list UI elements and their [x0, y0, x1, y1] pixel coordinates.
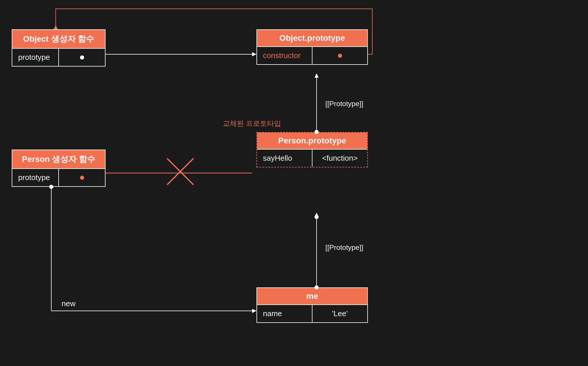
diagram: Object 생성자 함수 prototype Object.prototype… — [0, 0, 588, 366]
object-prototype-dot — [338, 54, 342, 58]
person-constructor-header: Person 생성자 함수 — [12, 150, 105, 168]
new-label: new — [62, 299, 76, 308]
object-prototype-box: Object.prototype constructor — [256, 29, 368, 65]
svg-marker-10 — [252, 309, 256, 313]
person-prototype-sayhello-value: <function> — [312, 150, 367, 167]
object-constructor-header: Object 생성자 함수 — [12, 30, 105, 48]
person-constructor-prototype-value — [59, 169, 105, 186]
svg-marker-1 — [252, 52, 256, 56]
svg-line-6 — [167, 158, 193, 185]
person-constructor-bottom-dot — [49, 185, 53, 189]
object-prototype-header: Object.prototype — [257, 30, 367, 46]
person-prototype-bottom-dot — [315, 215, 319, 219]
replaced-prototype-label: 교체된 프로토타입 — [223, 119, 281, 128]
me-box: me name 'Lee' — [256, 287, 368, 323]
svg-marker-2 — [54, 25, 58, 29]
person-prototype-top-dot — [315, 130, 319, 134]
object-constructor-box: Object 생성자 함수 prototype — [12, 29, 106, 67]
prototype-link1-label: [[Prototype]] — [325, 100, 363, 108]
object-constructor-prototype-value — [59, 49, 105, 66]
me-header: me — [257, 288, 367, 304]
svg-line-7 — [167, 158, 193, 185]
me-name-value: 'Lee' — [312, 305, 367, 322]
prototype-link2-label: [[Prototype]] — [325, 243, 363, 252]
person-constructor-box: Person 생성자 함수 prototype — [12, 150, 106, 187]
object-prototype-constructor-value — [312, 47, 367, 64]
object-constructor-dot — [80, 55, 84, 60]
person-constructor-prototype-label: prototype — [12, 169, 59, 186]
object-constructor-prototype-label: prototype — [12, 49, 59, 66]
person-prototype-sayhello-label: sayHello — [257, 150, 312, 167]
person-prototype-box: Person.prototype sayHello <function> — [256, 132, 368, 167]
object-prototype-constructor-label: constructor — [257, 47, 312, 64]
person-constructor-dot — [80, 176, 84, 180]
svg-marker-4 — [315, 73, 319, 78]
person-prototype-header: Person.prototype — [257, 133, 367, 149]
me-top-dot — [315, 285, 319, 289]
me-name-label: name — [257, 305, 312, 322]
